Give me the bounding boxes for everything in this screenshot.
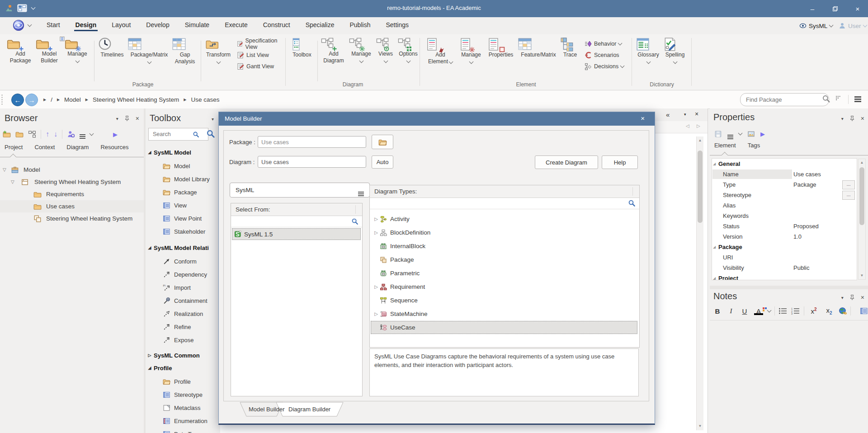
- expander-icon[interactable]: ▷: [373, 230, 380, 235]
- add-diagram-button[interactable]: AddDiagram: [320, 37, 347, 79]
- toolbar-grip[interactable]: [1, 94, 3, 105]
- toolbox-item-enumeration[interactable]: Enumeration: [146, 414, 220, 428]
- hyperlink-globe-icon[interactable]: [839, 307, 847, 315]
- dropdown-chevron-icon[interactable]: [738, 131, 743, 136]
- save-icon[interactable]: [714, 130, 722, 138]
- dropdown-chevron-icon[interactable]: [767, 308, 772, 313]
- breadcrumb-root[interactable]: /: [51, 96, 52, 103]
- tab-model-builder-label[interactable]: Model Builder: [249, 406, 285, 413]
- superscript-button[interactable]: x2: [808, 307, 820, 315]
- notes-content[interactable]: [710, 320, 868, 433]
- forward-button[interactable]: →: [25, 94, 38, 106]
- toolbox-item-expose[interactable]: Expose: [146, 334, 220, 347]
- breadcrumb-chevron-icon[interactable]: ▶: [57, 98, 60, 102]
- app-logo-dropdown-icon[interactable]: [28, 23, 32, 27]
- panel-dropdown-icon[interactable]: ▾: [212, 117, 214, 122]
- tree-expander-icon[interactable]: ▽: [11, 179, 14, 184]
- manage-package-button[interactable]: Manage: [64, 37, 90, 79]
- diagram-vertical-scrollbar[interactable]: ▲ ▼: [696, 136, 703, 430]
- manage-element-button[interactable]: Manage: [458, 37, 484, 79]
- model-views-icon[interactable]: [835, 95, 843, 103]
- scroll-up-icon[interactable]: ▲: [859, 160, 865, 166]
- toolbox-section-sysml-common[interactable]: ▷ SysML Common: [146, 349, 220, 362]
- collapse-tabs-icon[interactable]: «: [666, 111, 670, 118]
- property-section-package[interactable]: ◢Package: [712, 242, 857, 252]
- property-section-project[interactable]: ◢Project: [712, 273, 857, 280]
- dropdown-chevron-icon[interactable]: [90, 132, 94, 136]
- manage-diagram-button[interactable]: Manage: [348, 37, 374, 79]
- property-row-keywords[interactable]: Keywords: [712, 211, 857, 221]
- views-button[interactable]: Views: [375, 37, 396, 79]
- property-section-general[interactable]: ◢General: [712, 159, 857, 169]
- ribbon-tab-design[interactable]: Design: [68, 17, 104, 28]
- select-from-filter-row[interactable]: [231, 216, 362, 227]
- ribbon-tab-simulate[interactable]: Simulate: [177, 17, 217, 28]
- properties-button[interactable]: Properties: [486, 37, 516, 79]
- list-view-button[interactable]: List View: [235, 49, 286, 61]
- toolbox-item-model-library[interactable]: Model Library: [146, 173, 220, 186]
- folder-icon[interactable]: [15, 130, 24, 138]
- ribbon-tab-settings[interactable]: Settings: [378, 17, 416, 28]
- ribbon-tab-publish[interactable]: Publish: [342, 17, 378, 28]
- tab-list-dropdown-icon[interactable]: ▾: [684, 112, 686, 117]
- diagram-type-statemachine[interactable]: ▷ StateMachine: [371, 307, 637, 320]
- toolbox-find-icon[interactable]: [206, 129, 215, 138]
- panel-dropdown-icon[interactable]: ▾: [841, 295, 844, 300]
- toolbox-item-data-type[interactable]: Data Type: [146, 428, 220, 433]
- hamburger-menu-icon[interactable]: [854, 96, 861, 98]
- panel-dropdown-icon[interactable]: ▾: [116, 116, 118, 121]
- more-button[interactable]: ...: [842, 180, 855, 189]
- bold-button[interactable]: B: [712, 307, 722, 315]
- panel-close-icon[interactable]: ×: [136, 115, 139, 122]
- ribbon-tab-construct[interactable]: Construct: [255, 17, 298, 28]
- minimize-button[interactable]: –: [802, 0, 823, 17]
- property-row-version[interactable]: Version1.0: [712, 231, 857, 242]
- timelines-button[interactable]: Timelines: [98, 37, 127, 79]
- more-button[interactable]: ...: [842, 191, 855, 200]
- hierarchy-icon[interactable]: [28, 130, 36, 138]
- toolbox-item-package[interactable]: Package: [146, 186, 220, 199]
- select-from-item-sysml15[interactable]: SysML 1.5: [232, 228, 361, 240]
- auto-name-button[interactable]: Auto: [372, 155, 393, 169]
- search-icon[interactable]: [193, 131, 199, 138]
- pin-icon[interactable]: [849, 115, 855, 122]
- element-properties-icon[interactable]: [747, 130, 755, 138]
- italic-button[interactable]: I: [726, 307, 736, 315]
- panel-dropdown-icon[interactable]: ▾: [841, 116, 844, 121]
- breadcrumb-item-use-cases[interactable]: Use cases: [191, 96, 220, 103]
- toolbox-item-stereotype[interactable]: Stereotype: [146, 388, 220, 401]
- toolbox-section-sysml-model-relationships[interactable]: ◢ SysML Model Relati: [146, 241, 220, 254]
- spelling-button[interactable]: Spelling: [663, 37, 687, 79]
- ribbon-tab-start[interactable]: Start: [39, 17, 68, 28]
- toolbox-item-profile[interactable]: Profile: [146, 375, 220, 388]
- new-package-icon[interactable]: [3, 130, 11, 138]
- expander-icon[interactable]: ▷: [373, 311, 380, 316]
- technology-combo[interactable]: SysML: [230, 183, 370, 198]
- select-package-button[interactable]: [372, 135, 393, 149]
- ribbon-tab-layout[interactable]: Layout: [104, 17, 138, 28]
- toolbox-item-import[interactable]: Import: [146, 281, 220, 294]
- dialog-titlebar[interactable]: Model Builder ×: [219, 112, 655, 126]
- close-tab-icon[interactable]: ×: [695, 110, 698, 118]
- ribbon-tab-develop[interactable]: Develop: [138, 17, 177, 28]
- diagram-type-sequence[interactable]: Sequence: [371, 294, 637, 307]
- toolbox-item-stakeholder[interactable]: Stakeholder: [146, 225, 220, 238]
- toolbox-item-realization[interactable]: Realization: [146, 307, 220, 320]
- toolbox-item-refine[interactable]: Refine: [146, 320, 220, 334]
- browser-tab-project[interactable]: Project: [5, 144, 23, 151]
- toolbox-item-containment[interactable]: Containment: [146, 294, 220, 307]
- toolbox-section-profile[interactable]: ◢ Profile: [146, 362, 220, 374]
- toolbox-item-view-point[interactable]: View Point: [146, 212, 220, 225]
- tree-expander-icon[interactable]: ▽: [3, 167, 6, 172]
- browser-menu-icon[interactable]: [80, 134, 85, 135]
- search-icon[interactable]: [628, 199, 636, 207]
- scrollbar-thumb[interactable]: [698, 151, 703, 223]
- play-icon[interactable]: ▶: [760, 131, 765, 137]
- close-button[interactable]: ×: [847, 0, 868, 17]
- model-builder-button[interactable]: ModelBuilder: [35, 37, 63, 79]
- find-package-input[interactable]: [745, 96, 824, 104]
- panel-close-icon[interactable]: ×: [861, 115, 864, 122]
- scrollbar-thumb[interactable]: [859, 167, 864, 225]
- options-button[interactable]: Options: [397, 37, 420, 79]
- properties-tab-tags[interactable]: Tags: [748, 142, 760, 149]
